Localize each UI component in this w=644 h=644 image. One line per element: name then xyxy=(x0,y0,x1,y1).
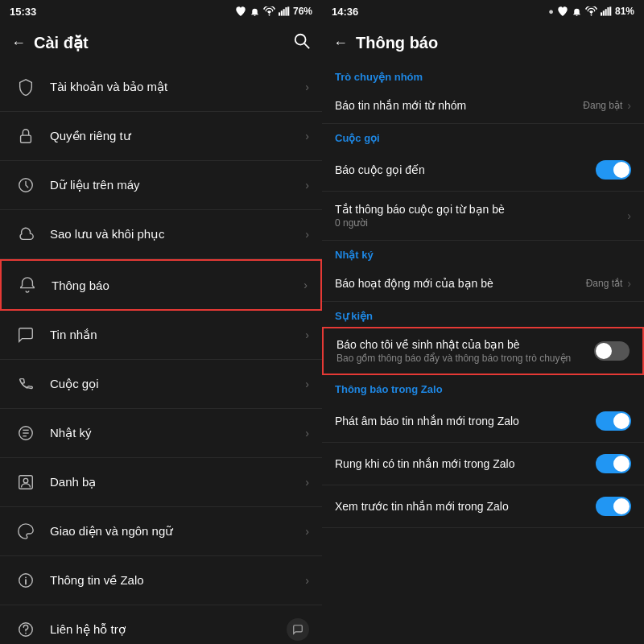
mute-calls-title: Tắt thông báo cuộc gọi từ bạn bè xyxy=(335,203,627,216)
right-header-left: ← Thông báo xyxy=(333,34,438,52)
support-extra xyxy=(287,618,309,641)
svg-rect-20 xyxy=(601,12,602,15)
bell-icon xyxy=(14,272,40,298)
sound-toggle[interactable] xyxy=(596,411,631,431)
section-events: Sự kiện xyxy=(322,302,644,327)
contacts-arrow: › xyxy=(305,476,309,489)
svg-rect-22 xyxy=(605,9,607,15)
section-zalo-notif: Thông báo trong Zalo xyxy=(322,375,644,400)
menu-item-account[interactable]: Tài khoản và bảo mật › xyxy=(0,63,322,112)
right-status-icons: ● 81% xyxy=(548,6,634,17)
contacts-icon xyxy=(13,469,39,495)
left-time: 15:33 xyxy=(10,6,36,18)
new-msg-group-status: Đang bật xyxy=(583,100,622,111)
heart-icon xyxy=(235,6,246,16)
notif-mute-calls[interactable]: Tắt thông báo cuộc gọi từ bạn bè 0 người… xyxy=(322,192,644,241)
incoming-call-toggle[interactable] xyxy=(596,160,631,180)
phone-icon xyxy=(13,371,39,397)
menu-item-messages[interactable]: Tin nhắn › xyxy=(0,311,322,360)
preview-toggle[interactable] xyxy=(596,497,631,516)
palette-icon xyxy=(13,518,39,544)
svg-point-5 xyxy=(295,34,306,44)
about-label: Thông tin về Zalo xyxy=(50,573,305,588)
notif-incoming-call[interactable]: Báo cuộc gọi đến xyxy=(322,149,644,192)
info-icon xyxy=(13,568,39,593)
vibrate-title: Rung khi có tin nhắn mới trong Zalo xyxy=(335,457,596,470)
activity-status: Đang tắt xyxy=(586,278,623,289)
support-chat-icon[interactable] xyxy=(287,618,309,641)
svg-point-19 xyxy=(25,633,27,634)
preview-toggle-thumb xyxy=(613,498,630,514)
left-menu-list: Tài khoản và bảo mật › Quyền riêng tư › … xyxy=(0,63,322,644)
right-status-bar: 14:36 ● 81% xyxy=(322,0,644,23)
menu-item-theme[interactable]: Giao diện và ngôn ngữ › xyxy=(0,507,322,556)
svg-rect-7 xyxy=(21,135,31,142)
cloud-icon xyxy=(13,221,39,247)
backup-label: Sao lưu và khôi phục xyxy=(50,227,305,242)
menu-item-support[interactable]: Liên hệ hỗ trợ xyxy=(0,605,322,644)
new-msg-group-arrow: › xyxy=(627,99,631,112)
theme-label: Giao diện và ngôn ngữ xyxy=(50,524,305,539)
search-button[interactable] xyxy=(293,32,311,54)
sound-title: Phát âm báo tin nhắn mới trong Zalo xyxy=(335,415,596,427)
right-panel: 14:36 ● 81% ← Thông báo Trò chuyện nhóm xyxy=(322,0,644,644)
left-back-button[interactable]: ← xyxy=(11,35,26,52)
notif-birthday[interactable]: Báo cho tôi về sinh nhật của bạn bè Bao … xyxy=(322,327,644,375)
vibrate-toggle-thumb xyxy=(613,456,630,472)
mute-calls-sub: 0 người xyxy=(335,217,627,229)
activity-title: Báo hoạt động mới của bạn bè xyxy=(335,277,586,290)
menu-item-data[interactable]: Dữ liệu trên máy › xyxy=(0,161,322,210)
menu-item-calls[interactable]: Cuộc gọi › xyxy=(0,360,322,409)
birthday-title: Báo cho tôi về sinh nhật của bạn bè xyxy=(336,338,594,351)
svg-line-6 xyxy=(304,43,309,48)
theme-arrow: › xyxy=(305,525,309,538)
notif-preview[interactable]: Xem trước tin nhắn mới trong Zalo xyxy=(322,485,644,528)
svg-rect-0 xyxy=(279,12,280,15)
section-diary: Nhật ký xyxy=(322,241,644,266)
wifi-icon xyxy=(263,6,275,16)
diary-icon xyxy=(13,420,39,446)
menu-item-about[interactable]: Thông tin về Zalo › xyxy=(0,556,322,605)
search-icon xyxy=(293,32,311,50)
right-heart-icon xyxy=(557,6,568,16)
left-battery: 76% xyxy=(293,6,312,17)
menu-item-contacts[interactable]: Danh bạ › xyxy=(0,458,322,507)
left-header-left: ← Cài đặt xyxy=(11,33,89,52)
clock-icon xyxy=(13,172,39,198)
alarm-icon xyxy=(250,6,260,17)
right-signal-icon xyxy=(601,6,612,16)
messages-label: Tin nhắn xyxy=(50,328,305,342)
left-status-bar: 15:33 76% xyxy=(0,0,322,23)
left-header-title: Cài đặt xyxy=(34,33,89,52)
diary-arrow: › xyxy=(305,427,309,440)
menu-item-notifications[interactable]: Thông báo › xyxy=(0,259,322,311)
left-status-icons: 76% xyxy=(235,6,312,17)
notif-new-msg-group[interactable]: Báo tin nhắn mới từ nhóm Đang bật › xyxy=(322,88,644,124)
right-battery: 81% xyxy=(615,6,634,17)
right-wifi-icon xyxy=(585,6,597,16)
birthday-toggle[interactable] xyxy=(594,341,630,361)
notifications-label: Thông báo xyxy=(52,279,303,292)
notif-vibrate[interactable]: Rung khi có tin nhắn mới trong Zalo xyxy=(322,443,644,485)
contacts-label: Danh bạ xyxy=(50,475,305,489)
svg-rect-21 xyxy=(603,10,605,15)
signal-icon xyxy=(279,6,290,16)
calls-label: Cuộc gọi xyxy=(50,377,305,391)
notif-sound[interactable]: Phát âm báo tin nhắn mới trong Zalo xyxy=(322,400,644,443)
menu-item-privacy[interactable]: Quyền riêng tư › xyxy=(0,112,322,161)
about-arrow: › xyxy=(305,574,309,587)
messages-arrow: › xyxy=(305,328,309,341)
notif-activity[interactable]: Báo hoạt động mới của bạn bè Đang tắt › xyxy=(322,266,644,302)
vibrate-toggle[interactable] xyxy=(596,454,631,473)
right-header-title: Thông báo xyxy=(356,34,438,52)
data-label: Dữ liệu trên máy xyxy=(50,178,305,192)
lock-icon xyxy=(13,123,39,149)
right-back-button[interactable]: ← xyxy=(333,35,348,52)
birthday-sub: Bao gồm thông báo đẩy và thông báo trong… xyxy=(336,353,594,364)
menu-item-backup[interactable]: Sao lưu và khôi phục › xyxy=(0,210,322,259)
privacy-label: Quyền riêng tư xyxy=(50,129,305,143)
left-header: ← Cài đặt xyxy=(0,23,322,63)
menu-item-diary[interactable]: Nhật ký › xyxy=(0,409,322,458)
svg-rect-23 xyxy=(607,7,609,16)
birthday-toggle-thumb xyxy=(596,343,612,359)
